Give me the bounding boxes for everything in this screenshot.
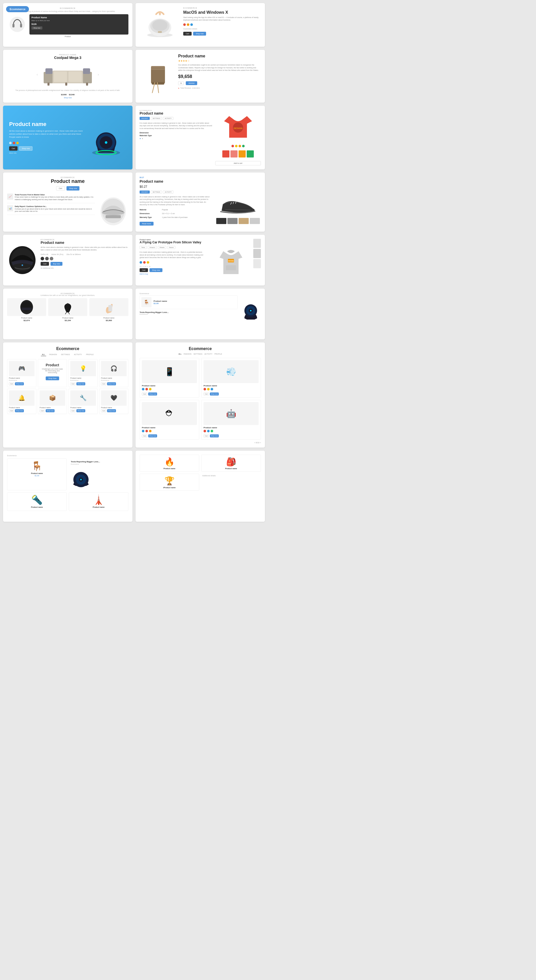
- color-dot-red[interactable]: [13, 142, 15, 144]
- tab-settings[interactable]: SETTINGS: [60, 353, 71, 356]
- size-m[interactable]: M: [145, 266, 146, 267]
- tag-tesla[interactable]: Tesla: [140, 246, 147, 249]
- color-blue[interactable]: [140, 261, 142, 264]
- shop-now-button[interactable]: Shop now: [193, 32, 206, 35]
- tag-nature[interactable]: Nature: [167, 246, 175, 249]
- shop-now-button[interactable]: Shop now: [149, 268, 162, 272]
- size-l[interactable]: L: [147, 266, 148, 267]
- cart-btn[interactable]: Cart: [142, 393, 147, 396]
- tab-ancient[interactable]: ANCIENT: [140, 191, 150, 194]
- tag-robots[interactable]: Robots: [158, 246, 166, 249]
- quantity-display[interactable]: 1: [178, 81, 184, 85]
- dot-red[interactable]: [146, 388, 148, 390]
- size-xs[interactable]: XS: [140, 266, 142, 267]
- color-3[interactable]: [239, 145, 241, 147]
- cart-btn-6[interactable]: Cart: [40, 409, 45, 412]
- variant-1[interactable]: [222, 150, 230, 158]
- pagination[interactable]: < 8/10 >: [140, 442, 261, 444]
- next-arrow[interactable]: ›: [98, 72, 99, 76]
- variant-dark[interactable]: [216, 218, 227, 224]
- variant-beige[interactable]: [239, 218, 249, 224]
- swatch-1[interactable]: [41, 257, 44, 260]
- cart-btn[interactable]: Cart: [203, 393, 209, 396]
- tab-all[interactable]: ALL: [178, 353, 181, 355]
- tab-profile[interactable]: PROFILE: [214, 353, 222, 355]
- shop-btn-3[interactable]: Shop now: [76, 382, 85, 385]
- cart-button[interactable]: Cart: [183, 32, 192, 35]
- dot-blue[interactable]: [142, 388, 144, 390]
- color-4[interactable]: [242, 145, 245, 147]
- variant-light[interactable]: [250, 218, 260, 224]
- dot-green[interactable]: [211, 430, 213, 432]
- shop-btn-8[interactable]: Shop now: [107, 409, 116, 412]
- dot-orange[interactable]: [149, 430, 152, 432]
- shop-btn[interactable]: Shop now: [210, 393, 219, 396]
- shop-now-button[interactable]: Shop now: [32, 26, 42, 29]
- cart-btn-8[interactable]: Cart: [101, 409, 106, 412]
- dot-red[interactable]: [203, 430, 206, 432]
- tab-profile[interactable]: PROFILE: [85, 353, 95, 356]
- cart-btn[interactable]: Cart: [203, 434, 209, 438]
- shop-btn-7[interactable]: Shop now: [76, 409, 85, 412]
- add-to-cart-button[interactable]: Add to cart: [215, 161, 261, 165]
- variant-4[interactable]: [247, 150, 254, 158]
- cart-btn[interactable]: Cart: [9, 382, 14, 385]
- variant-gray[interactable]: [227, 218, 238, 224]
- tab-ancient[interactable]: ANCIENT: [140, 117, 150, 120]
- buy-now-button[interactable]: Buy now: [51, 262, 62, 266]
- cart-btn-4[interactable]: Cart: [101, 382, 106, 385]
- cart-button[interactable]: Cart: [9, 146, 17, 151]
- dot-red[interactable]: [203, 388, 206, 390]
- more-info-link[interactable]: More info: [9, 152, 86, 154]
- shop-btn[interactable]: Shop now: [148, 434, 157, 438]
- variant-3[interactable]: [239, 150, 246, 158]
- prev-arrow[interactable]: ‹: [36, 72, 38, 76]
- dot-blue[interactable]: [211, 388, 213, 390]
- tab-settings[interactable]: SETTINGS: [151, 117, 162, 120]
- read-more-button[interactable]: Read more: [140, 222, 154, 226]
- dot-blue[interactable]: [207, 430, 209, 432]
- dot-yellow[interactable]: [149, 388, 152, 390]
- color-dot-blue[interactable]: [190, 23, 193, 26]
- shop-btn[interactable]: Shop now: [210, 434, 219, 438]
- tab-settings[interactable]: SETTINGS: [193, 353, 202, 355]
- tab-settings[interactable]: SETTINGS: [151, 191, 162, 194]
- size-s[interactable]: S: [143, 266, 144, 267]
- swatch-3[interactable]: [50, 257, 53, 260]
- tab-activity[interactable]: ACTIVITY: [73, 353, 83, 356]
- color-dot-red[interactable]: [183, 23, 186, 26]
- shop-btn-5[interactable]: Shop now: [15, 409, 24, 412]
- shop-btn-6[interactable]: Shop now: [46, 409, 55, 412]
- tab-activity[interactable]: ACTIVITY: [163, 117, 173, 120]
- shop-btn[interactable]: Shop now: [15, 382, 24, 385]
- tab-fashion[interactable]: FASHION: [184, 353, 192, 355]
- thumb-2[interactable]: [253, 249, 261, 258]
- additional-link[interactable]: Add to buy: [140, 273, 207, 275]
- tab-activity[interactable]: ACTIVITY: [204, 353, 212, 355]
- color-1[interactable]: [232, 145, 234, 147]
- tab-all[interactable]: ALL: [41, 353, 46, 356]
- tag-amazon[interactable]: Amazon: [148, 246, 157, 249]
- cart-button[interactable]: Cart: [140, 268, 148, 272]
- swatch-2[interactable]: [45, 257, 49, 260]
- shop-btn[interactable]: Shop now: [148, 393, 157, 396]
- tab-fashion[interactable]: FASHION: [48, 353, 58, 356]
- color-red[interactable]: [143, 261, 146, 264]
- variant-2[interactable]: [230, 150, 238, 158]
- tab-activity[interactable]: ACTIVITY: [163, 191, 173, 194]
- featured-cta[interactable]: Shop Now: [46, 377, 59, 380]
- cart-button[interactable]: Cart: [41, 262, 49, 266]
- color-2[interactable]: [235, 145, 238, 147]
- thumb-3[interactable]: [253, 259, 261, 268]
- dot-blue[interactable]: [142, 430, 144, 432]
- cart-button[interactable]: Cart: [56, 186, 65, 191]
- dot-red[interactable]: [146, 430, 148, 432]
- cart-btn-3[interactable]: Cart: [70, 382, 76, 385]
- shop-now-button[interactable]: Shop now: [67, 186, 79, 191]
- cart-btn-5[interactable]: Cart: [9, 409, 14, 412]
- buy-link[interactable]: Shop now: [7, 97, 128, 99]
- thumb-1[interactable]: [253, 239, 261, 248]
- dot-yellow[interactable]: [207, 388, 209, 390]
- wishlist-button[interactable]: Wishlist: [186, 81, 197, 85]
- color-dot-yellow[interactable]: [16, 142, 19, 144]
